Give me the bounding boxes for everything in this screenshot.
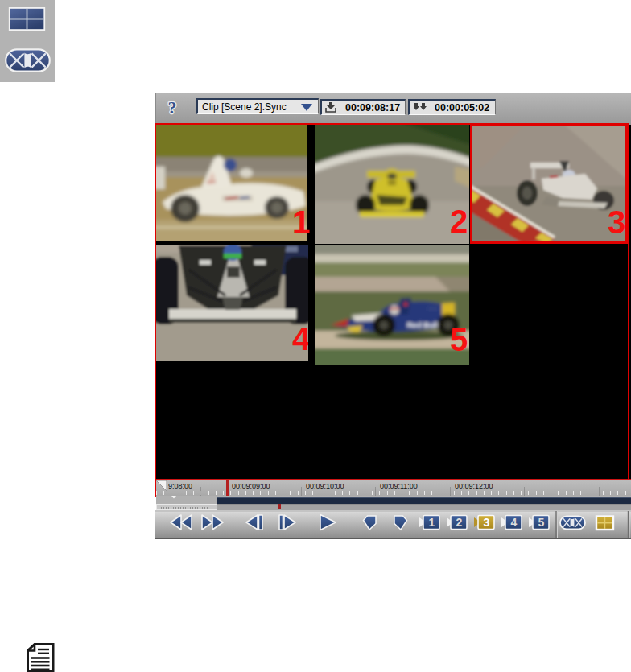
svg-text:1: 1 [429, 516, 435, 529]
svg-text:4: 4 [511, 516, 518, 529]
svg-text:2: 2 [456, 516, 463, 529]
svg-text:Red Bull: Red Bull [407, 320, 439, 329]
svg-text:3: 3 [484, 516, 490, 529]
svg-text:5: 5 [538, 516, 545, 529]
svg-text:?: ? [168, 97, 177, 117]
